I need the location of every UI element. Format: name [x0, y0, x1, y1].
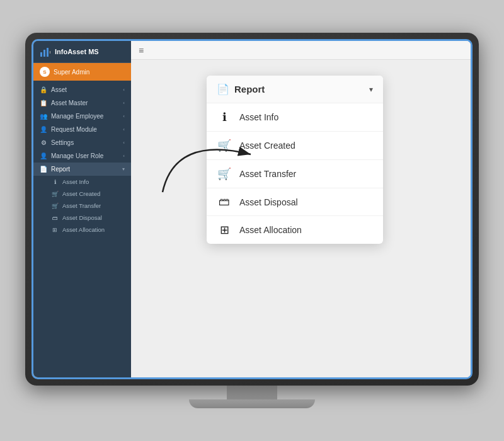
dropdown-item-asset-info[interactable]: ℹ Asset Info — [207, 103, 383, 132]
sub-asset-transfer-icon: 🛒 — [51, 203, 59, 209]
sidebar-item-manage-employee[interactable]: 👥 Manage Employee ‹ — [33, 110, 131, 123]
dropdown-asset-transfer-label: Asset Transfer — [239, 169, 296, 179]
screen-border: InfoAsset MS S Super Admin 🔒 Asset ‹ — [32, 39, 472, 379]
sidebar-item-settings-label: Settings — [51, 139, 74, 146]
sidebar-sub-asset-info-label: Asset Info — [62, 178, 89, 185]
sub-asset-disposal-icon: 🗃 — [51, 215, 59, 221]
manage-employee-chevron-icon: ‹ — [123, 113, 125, 119]
dropdown-header-icon: 📄 — [217, 83, 229, 95]
sidebar-item-asset-master[interactable]: 📋 Asset Master ‹ — [33, 96, 131, 110]
settings-chevron-icon: ‹ — [123, 140, 125, 146]
manage-employee-icon: 👥 — [40, 113, 47, 120]
asset-icon: 🔒 — [40, 86, 47, 93]
sidebar-sub-asset-created-label: Asset Created — [62, 190, 100, 197]
sidebar-item-manage-employee-label: Manage Employee — [51, 113, 103, 120]
dropdown-header[interactable]: 📄 Report ▾ — [207, 76, 383, 103]
user-avatar: S — [40, 67, 50, 77]
topbar-menu-icon[interactable]: ≡ — [139, 45, 144, 55]
dropdown-asset-transfer-icon: 🛒 — [217, 167, 232, 181]
report-chevron-icon: ▾ — [122, 166, 125, 172]
dropdown-asset-allocation-icon: ⊞ — [217, 223, 232, 237]
asset-master-chevron-icon: ‹ — [123, 100, 125, 106]
dropdown-asset-created-label: Asset Created — [239, 140, 295, 151]
sidebar-nav: 🔒 Asset ‹ 📋 Asset Master ‹ — [33, 81, 131, 377]
sidebar-item-request-module-label: Request Module — [51, 126, 97, 133]
sidebar-item-settings[interactable]: ⚙ Settings ‹ — [33, 136, 131, 149]
sidebar-item-asset[interactable]: 🔒 Asset ‹ — [33, 83, 131, 96]
manage-user-role-chevron-icon: ‹ — [123, 153, 125, 159]
sidebar-sub-asset-allocation-label: Asset Allocation — [62, 226, 105, 233]
sidebar-item-manage-user-role-label: Manage User Role — [51, 152, 103, 159]
dropdown-asset-created-icon: 🛒 — [217, 139, 232, 152]
dropdown-item-asset-transfer[interactable]: 🛒 Asset Transfer — [207, 160, 383, 188]
report-icon: 📄 — [40, 166, 47, 173]
sidebar-sub-item-asset-allocation[interactable]: ⊞ Asset Allocation — [33, 224, 131, 236]
asset-chevron-icon: ‹ — [123, 87, 125, 93]
dropdown-asset-info-icon: ℹ — [217, 110, 232, 124]
main-content: ≡ 📄 Report ▾ ℹ Asset Info — [131, 41, 471, 377]
sidebar-item-report-label: Report — [51, 166, 70, 173]
svg-rect-1 — [43, 50, 45, 57]
svg-rect-3 — [50, 51, 50, 54]
report-dropdown: 📄 Report ▾ ℹ Asset Info 🛒 Asset Created — [207, 76, 383, 244]
topbar: ≡ — [131, 41, 471, 60]
sidebar-item-report[interactable]: 📄 Report ▾ — [33, 163, 131, 176]
app-screen: InfoAsset MS S Super Admin 🔒 Asset ‹ — [33, 41, 471, 377]
sidebar-sub-asset-transfer-label: Asset Transfer — [62, 202, 101, 209]
sidebar-sub-item-asset-created[interactable]: 🛒 Asset Created — [33, 188, 131, 200]
user-label: Super Admin — [54, 69, 89, 76]
logo-text: InfoAsset MS — [55, 48, 99, 55]
sidebar-item-asset-master-label: Asset Master — [51, 100, 88, 106]
dropdown-asset-info-label: Asset Info — [239, 112, 278, 122]
dropdown-item-asset-disposal[interactable]: 🗃 Asset Disposal — [207, 188, 383, 216]
sidebar-sub-item-asset-info[interactable]: ℹ Asset Info — [33, 176, 131, 188]
monitor-stand-neck — [227, 386, 277, 399]
dropdown-item-asset-allocation[interactable]: ⊞ Asset Allocation — [207, 216, 383, 244]
sidebar-item-asset-label: Asset — [51, 86, 67, 93]
sub-asset-created-icon: 🛒 — [51, 191, 59, 197]
manage-user-role-icon: 👤 — [40, 152, 47, 159]
sub-asset-allocation-icon: ⊞ — [51, 227, 59, 233]
sidebar-sub-item-asset-transfer[interactable]: 🛒 Asset Transfer — [33, 200, 131, 212]
sub-asset-info-icon: ℹ — [51, 179, 59, 185]
dropdown-asset-allocation-label: Asset Allocation — [239, 225, 302, 235]
asset-master-icon: 📋 — [40, 100, 47, 106]
sidebar: InfoAsset MS S Super Admin 🔒 Asset ‹ — [33, 41, 131, 377]
dropdown-asset-disposal-label: Asset Disposal — [239, 197, 298, 207]
request-module-icon: 👤 — [40, 126, 47, 133]
sidebar-user: S Super Admin — [33, 63, 131, 81]
svg-rect-0 — [40, 52, 42, 57]
monitor-stand-base — [189, 399, 315, 408]
dropdown-chevron-icon: ▾ — [369, 85, 373, 94]
logo-icon — [40, 46, 51, 57]
sidebar-logo: InfoAsset MS — [33, 41, 131, 63]
dropdown-asset-disposal-icon: 🗃 — [217, 195, 232, 209]
dropdown-item-asset-created[interactable]: 🛒 Asset Created — [207, 132, 383, 160]
sidebar-sub-item-asset-disposal[interactable]: 🗃 Asset Disposal — [33, 212, 131, 224]
dropdown-title: Report — [234, 84, 265, 94]
monitor: InfoAsset MS S Super Admin 🔒 Asset ‹ — [25, 33, 479, 386]
sidebar-item-request-module[interactable]: 👤 Request Module ‹ — [33, 123, 131, 136]
svg-rect-2 — [47, 48, 49, 57]
settings-icon: ⚙ — [40, 139, 47, 146]
request-module-chevron-icon: ‹ — [123, 127, 125, 132]
sidebar-item-manage-user-role[interactable]: 👤 Manage User Role ‹ — [33, 149, 131, 163]
sidebar-sub-asset-disposal-label: Asset Disposal — [62, 214, 102, 221]
